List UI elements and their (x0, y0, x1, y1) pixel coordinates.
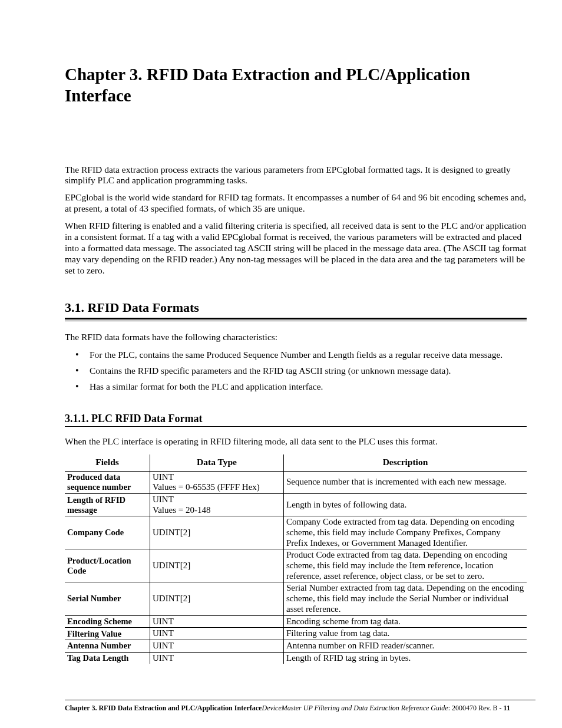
chapter-title: Chapter 3. RFID Data Extraction and PLC/… (65, 64, 527, 107)
footer-chapter: Chapter 3. RFID Data Extraction and PLC/… (65, 704, 262, 712)
cell-desc: Antenna number on RFID reader/scanner. (284, 640, 527, 652)
section-rule (65, 318, 527, 321)
section-3-1-heading: 3.1. RFID Data Formats (65, 300, 527, 315)
table-row: Product/Location Code UDINT[2] Product C… (65, 549, 527, 582)
list-item: For the PLC, contains the same Produced … (90, 349, 527, 360)
th-fields: Fields (65, 454, 150, 472)
footer-doc-title: DeviceMaster UP Filtering and Data Extra… (262, 704, 448, 712)
cell-dtype: UINTValues = 0-65535 (FFFF Hex) (150, 471, 284, 493)
table-header-row: Fields Data Type Description (65, 454, 527, 472)
cell-field: Produced data sequence number (65, 471, 150, 493)
cell-dtype: UINT (150, 640, 284, 652)
cell-field: Tag Data Length (65, 652, 150, 664)
section-3-1-1-p1: When the PLC interface is operating in R… (65, 436, 527, 447)
footer-line: Chapter 3. RFID Data Extraction and PLC/… (65, 704, 535, 713)
cell-desc: Product Code extracted from tag data. De… (284, 549, 527, 582)
footer-rule (65, 700, 535, 700)
section-3-1-bullets: For the PLC, contains the same Produced … (65, 349, 527, 393)
cell-desc: Sequence number that is incremented with… (284, 471, 527, 493)
table-row: Encoding Scheme UINT Encoding scheme fro… (65, 615, 527, 628)
footer-tail: : 2000470 Rev. B (448, 704, 500, 712)
table-row: Produced data sequence number UINTValues… (65, 471, 527, 493)
cell-field: Encoding Scheme (65, 615, 150, 628)
section-3-1-1-heading: 3.1.1. PLC RFID Data Format (65, 413, 527, 425)
cell-dtype: UDINT[2] (150, 549, 284, 582)
cell-dtype: UINT (150, 652, 284, 664)
cell-dtype: UINT (150, 615, 284, 628)
list-item: Has a similar format for both the PLC an… (90, 381, 527, 392)
intro-p1: The RFID data extraction process extract… (65, 164, 527, 187)
table-row: Company Code UDINT[2] Company Code extra… (65, 516, 527, 549)
footer-page-num: - 11 (500, 704, 510, 712)
cell-field: Antenna Number (65, 640, 150, 652)
cell-dtype: UDINT[2] (150, 582, 284, 615)
plc-rfid-table: Fields Data Type Description Produced da… (65, 454, 527, 664)
table-row: Length of RFID message UINTValues = 20-1… (65, 493, 527, 516)
intro-p3: When RFID filtering is enabled and a val… (65, 220, 527, 276)
cell-desc: Serial Number extracted from tag data. D… (284, 582, 527, 615)
cell-dtype: UDINT[2] (150, 516, 284, 549)
cell-field: Serial Number (65, 582, 150, 615)
page-footer: Chapter 3. RFID Data Extraction and PLC/… (65, 700, 535, 713)
table-row: Filtering Value UINT Filtering value fro… (65, 628, 527, 640)
th-datatype: Data Type (150, 454, 284, 472)
cell-dtype: UINT (150, 628, 284, 640)
cell-desc: Length in bytes of following data. (284, 493, 527, 516)
intro-p2: EPCglobal is the world wide standard for… (65, 192, 527, 215)
cell-field: Company Code (65, 516, 150, 549)
subsection-rule (65, 426, 527, 427)
table-row: Tag Data Length UINT Length of RFID tag … (65, 652, 527, 664)
table-row: Serial Number UDINT[2] Serial Number ext… (65, 582, 527, 615)
cell-desc: Length of RFID tag string in bytes. (284, 652, 527, 664)
table-row: Antenna Number UINT Antenna number on RF… (65, 640, 527, 652)
cell-desc: Encoding scheme from tag data. (284, 615, 527, 628)
cell-dtype: UINTValues = 20-148 (150, 493, 284, 516)
th-description: Description (284, 454, 527, 472)
cell-field: Filtering Value (65, 628, 150, 640)
cell-field: Length of RFID message (65, 493, 150, 516)
cell-desc: Company Code extracted from tag data. De… (284, 516, 527, 549)
page: Chapter 3. RFID Data Extraction and PLC/… (0, 0, 562, 728)
section-3-1-p1: The RFID data formats have the following… (65, 332, 527, 343)
cell-desc: Filtering value from tag data. (284, 628, 527, 640)
list-item: Contains the RFID specific parameters an… (90, 365, 527, 376)
cell-field: Product/Location Code (65, 549, 150, 582)
